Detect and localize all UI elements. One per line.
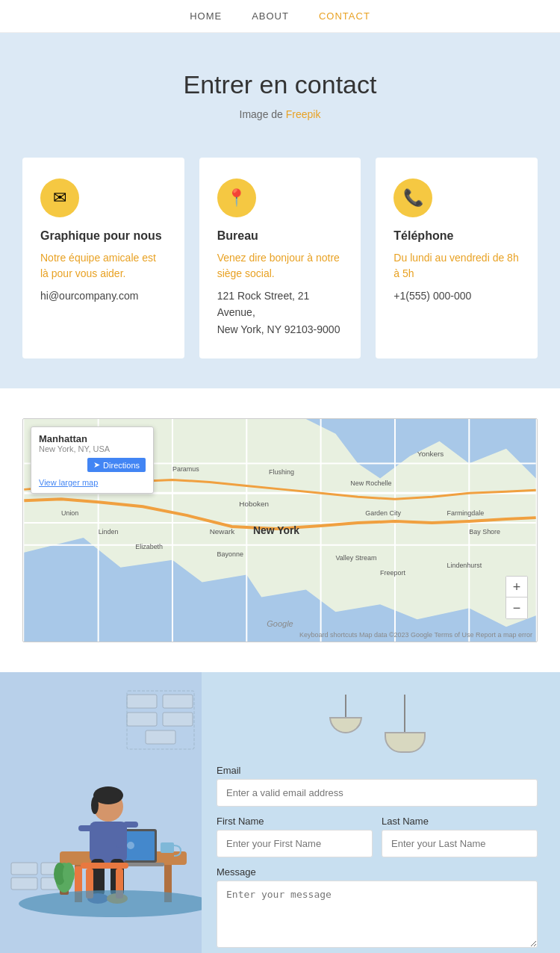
svg-point-53 bbox=[91, 796, 99, 814]
svg-text:Bay Shore: Bay Shore bbox=[469, 528, 500, 536]
name-row: First Name Last Name bbox=[217, 816, 538, 857]
hero-credit: Image de Freepik bbox=[15, 108, 545, 120]
map-place-name: Manhattan bbox=[39, 433, 146, 444]
lamp-1 bbox=[329, 695, 362, 753]
lamp-cord-1 bbox=[345, 695, 346, 717]
card-office-address: 121 Rock Street, 21 Avenue,New York, NY … bbox=[217, 288, 343, 338]
firstname-input[interactable] bbox=[217, 830, 373, 857]
directions-arrow-icon: ➤ bbox=[93, 460, 100, 470]
svg-rect-62 bbox=[81, 863, 128, 869]
svg-text:Newark: Newark bbox=[210, 527, 235, 536]
svg-text:Bayonne: Bayonne bbox=[217, 550, 243, 558]
svg-rect-35 bbox=[127, 713, 157, 726]
lamp-shade-1 bbox=[329, 717, 362, 733]
svg-text:Freeport: Freeport bbox=[380, 569, 405, 577]
location-icon: 📍 bbox=[217, 179, 256, 217]
card-email-title: Graphique pour nous bbox=[40, 229, 167, 243]
svg-text:New York: New York bbox=[253, 524, 299, 536]
nav-contact[interactable]: CONTACT bbox=[319, 10, 370, 22]
svg-text:Garden City: Garden City bbox=[365, 509, 401, 517]
svg-rect-57 bbox=[116, 825, 122, 848]
zoom-out-button[interactable]: − bbox=[506, 597, 527, 618]
navigation: HOME ABOUT CONTACT bbox=[0, 0, 560, 33]
svg-text:Flushing: Flushing bbox=[269, 469, 294, 476]
svg-text:New Rochelle: New Rochelle bbox=[350, 480, 391, 488]
message-input[interactable] bbox=[217, 881, 538, 948]
svg-rect-41 bbox=[11, 878, 37, 890]
map-section: New York Manhattan Yonkers New Rochelle … bbox=[0, 388, 560, 672]
svg-text:Lindenhurst: Lindenhurst bbox=[447, 562, 482, 569]
svg-rect-34 bbox=[163, 695, 193, 708]
nav-home[interactable]: HOME bbox=[190, 10, 222, 22]
message-group: Message bbox=[217, 866, 538, 951]
lastname-input[interactable] bbox=[382, 830, 538, 857]
form-right: Email First Name Last Name Message FAIRE… bbox=[202, 672, 560, 953]
card-phone: 📞 Téléphone Du lundi au vendredi de 8h à… bbox=[376, 158, 538, 358]
directions-button[interactable]: ➤ Directions bbox=[87, 458, 146, 472]
lamp-cord-2 bbox=[404, 695, 405, 732]
lastname-label: Last Name bbox=[382, 816, 538, 827]
form-section: Email First Name Last Name Message FAIRE… bbox=[0, 672, 560, 953]
svg-rect-55 bbox=[78, 825, 93, 831]
message-label: Message bbox=[217, 866, 538, 878]
zoom-in-button[interactable]: + bbox=[506, 577, 527, 597]
svg-text:Valley Stream: Valley Stream bbox=[336, 554, 377, 562]
phone-icon: 📞 bbox=[393, 179, 432, 217]
card-office-highlight: Venez dire bonjour à notre siège social. bbox=[217, 250, 343, 282]
map-zoom-controls: + − bbox=[505, 576, 528, 619]
svg-rect-65 bbox=[75, 866, 82, 893]
map-container[interactable]: New York Manhattan Yonkers New Rochelle … bbox=[22, 418, 538, 642]
svg-rect-39 bbox=[11, 863, 37, 875]
svg-rect-50 bbox=[161, 842, 174, 853]
map-popup: Manhattan New York, NY, USA ➤ Directions… bbox=[31, 426, 154, 494]
email-input[interactable] bbox=[217, 779, 538, 807]
form-illustration bbox=[0, 672, 202, 953]
svg-text:Yonkers: Yonkers bbox=[417, 450, 444, 458]
google-logo: Google bbox=[267, 619, 293, 628]
hero-title: Entrer en contact bbox=[15, 70, 545, 99]
map-place-sub: New York, NY, USA bbox=[39, 444, 146, 453]
card-phone-title: Téléphone bbox=[393, 229, 520, 243]
email-icon: ✉ bbox=[40, 179, 79, 217]
lamp-shade-2 bbox=[385, 732, 426, 753]
card-email: ✉ Graphique pour nous Notre équipe amica… bbox=[22, 158, 184, 358]
card-email-value: hi@ourcompany.com bbox=[40, 288, 167, 304]
card-phone-highlight: Du lundi au vendredi de 8h à 5h bbox=[393, 250, 520, 282]
svg-rect-37 bbox=[146, 730, 175, 744]
svg-text:Farmingdale: Farmingdale bbox=[447, 509, 485, 517]
svg-text:Elizabeth: Elizabeth bbox=[135, 543, 163, 550]
lamp-2 bbox=[385, 695, 426, 753]
freepik-link-hero[interactable]: Freepik bbox=[286, 108, 321, 120]
svg-rect-56 bbox=[123, 822, 138, 828]
map-footer: Keyboard shortcuts Map data ©2023 Google… bbox=[299, 631, 532, 639]
svg-text:Paramus: Paramus bbox=[172, 465, 199, 473]
lastname-group: Last Name bbox=[382, 816, 538, 857]
hero-section: Entrer en contact Image de Freepik bbox=[0, 33, 560, 143]
svg-rect-33 bbox=[127, 695, 157, 708]
svg-text:Hoboken: Hoboken bbox=[239, 500, 269, 508]
svg-point-48 bbox=[127, 842, 134, 849]
card-office-title: Bureau bbox=[217, 229, 343, 243]
card-office: 📍 Bureau Venez dire bonjour à notre sièg… bbox=[199, 158, 361, 358]
nav-about[interactable]: ABOUT bbox=[252, 10, 289, 22]
cards-section: ✉ Graphique pour nous Notre équipe amica… bbox=[0, 143, 560, 388]
firstname-label: First Name bbox=[217, 816, 373, 827]
svg-text:Linden: Linden bbox=[99, 528, 119, 536]
svg-point-71 bbox=[63, 863, 75, 885]
lamp-area bbox=[217, 695, 538, 753]
view-larger-map-link[interactable]: View larger map bbox=[39, 478, 146, 487]
firstname-group: First Name bbox=[217, 816, 373, 857]
svg-text:Union: Union bbox=[61, 509, 78, 517]
email-group: Email bbox=[217, 765, 538, 807]
svg-rect-36 bbox=[163, 713, 193, 726]
card-email-highlight: Notre équipe amicale est là pour vous ai… bbox=[40, 250, 167, 282]
email-label: Email bbox=[217, 765, 538, 776]
card-phone-value: +1(555) 000-000 bbox=[393, 288, 520, 304]
